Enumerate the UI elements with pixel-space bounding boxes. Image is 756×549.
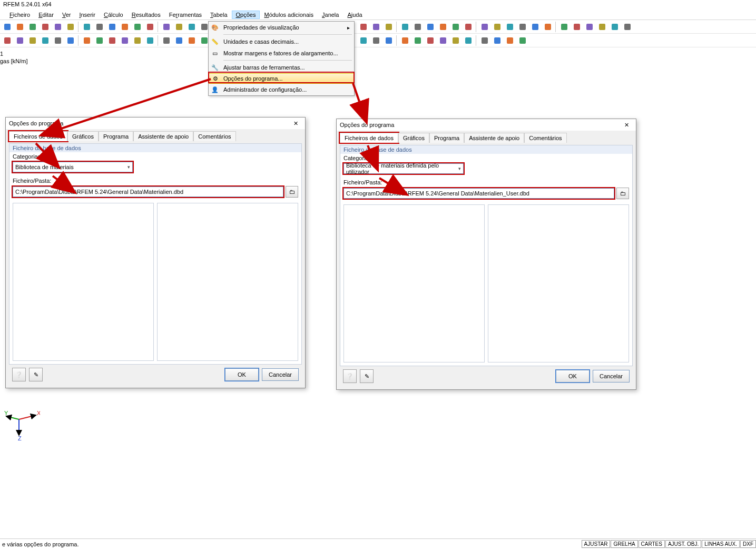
menu-ferramentas[interactable]: Ferramentas xyxy=(165,11,206,19)
menu-margins[interactable]: ▭ Mostrar margens e fatores de alargamen… xyxy=(209,47,354,59)
toolbar-button[interactable] xyxy=(185,35,198,46)
tab-programa[interactable]: Programa xyxy=(99,131,133,141)
toolbar-button[interactable] xyxy=(437,35,449,46)
path-field[interactable]: C:\ProgramData\Dlubal\RFEM 5.24\General … xyxy=(343,188,614,199)
toolbar-button[interactable] xyxy=(608,21,621,33)
toolbar-button[interactable] xyxy=(81,21,93,33)
toolbar-button[interactable] xyxy=(424,35,436,46)
menu-units[interactable]: 📏 Unidades e casas decimais... xyxy=(209,36,354,47)
toolbar-button[interactable] xyxy=(558,21,570,33)
menu-calculo[interactable]: Cálculo xyxy=(100,11,127,19)
toolbar-button[interactable] xyxy=(93,21,105,33)
toolbar-button[interactable] xyxy=(478,35,490,46)
toolbar-button[interactable] xyxy=(516,21,528,33)
dialog-titlebar[interactable]: Opções do programa ✕ xyxy=(6,117,305,129)
menu-config-manager[interactable]: 👤 Administrador de configuração... xyxy=(209,84,354,95)
help-button[interactable]: ❔ xyxy=(12,368,26,381)
status-cartes[interactable]: CARTES xyxy=(639,540,665,548)
toolbar-button[interactable] xyxy=(571,21,583,33)
menu-editar[interactable]: Editar xyxy=(34,11,58,19)
toolbar-button[interactable] xyxy=(119,35,131,46)
toolbar-button[interactable] xyxy=(382,21,395,33)
menu-janela[interactable]: Janela xyxy=(318,11,343,19)
toolbar-button[interactable] xyxy=(144,21,156,33)
toolbar-button[interactable] xyxy=(52,21,64,33)
toolbar-button[interactable] xyxy=(399,35,411,46)
edit-button[interactable]: ✎ xyxy=(29,368,43,381)
status-ajust-obj[interactable]: AJUST. OBJ. xyxy=(665,540,701,548)
tab-graficos[interactable]: Gráficos xyxy=(398,133,429,143)
toolbar-button[interactable] xyxy=(173,35,185,46)
toolbar-button[interactable] xyxy=(462,21,474,33)
tab-ficheiros-de-dados[interactable]: Ficheiros de dados xyxy=(9,131,67,141)
tab-comentarios[interactable]: Comentários xyxy=(524,133,566,143)
status-linhas-aux[interactable]: LINHAS AUX. xyxy=(702,540,740,548)
toolbar-button[interactable] xyxy=(1,21,13,33)
status-dxf[interactable]: DXF xyxy=(740,540,756,548)
menu-inserir[interactable]: Inserir xyxy=(75,11,100,19)
toolbar-button[interactable] xyxy=(39,21,51,33)
browse-button[interactable]: 🗀 xyxy=(616,188,629,199)
tab-ficheiros-de-dados[interactable]: Ficheiros de dados xyxy=(340,133,398,143)
toolbar-button[interactable] xyxy=(160,35,172,46)
toolbar-button[interactable] xyxy=(26,21,38,33)
toolbar-button[interactable] xyxy=(516,35,528,46)
toolbar-button[interactable] xyxy=(119,21,131,33)
toolbar-button[interactable] xyxy=(504,21,516,33)
ok-button[interactable]: OK xyxy=(556,370,590,383)
toolbar-button[interactable] xyxy=(596,21,608,33)
toolbar-button[interactable] xyxy=(437,21,449,33)
tab-comentarios[interactable]: Comentários xyxy=(193,131,235,141)
toolbar-button[interactable] xyxy=(449,21,462,33)
toolbar-button[interactable] xyxy=(64,35,76,46)
toolbar-button[interactable] xyxy=(462,35,474,46)
menu-display-properties[interactable]: 🎨 Propriedades de visualização xyxy=(209,22,354,33)
menu-modulos[interactable]: Módulos adicionais xyxy=(260,11,318,19)
toolbar-button[interactable] xyxy=(621,21,633,33)
toolbar-button[interactable] xyxy=(370,35,382,46)
toolbar-button[interactable] xyxy=(370,21,382,33)
toolbar-button[interactable] xyxy=(491,35,503,46)
toolbar-button[interactable] xyxy=(160,21,172,33)
toolbar-button[interactable] xyxy=(52,35,64,46)
dialog-titlebar[interactable]: Opções do programa ✕ xyxy=(337,119,636,131)
category-select[interactable]: Biblioteca de materiais definida pelo ut… xyxy=(343,163,464,174)
menu-tabela[interactable]: Tabela xyxy=(206,11,231,19)
toolbar-button[interactable] xyxy=(144,35,156,46)
ok-button[interactable]: OK xyxy=(225,368,259,381)
toolbar-button[interactable] xyxy=(357,35,369,46)
tab-assistente[interactable]: Assistente de apoio xyxy=(133,131,193,141)
menu-program-options[interactable]: ⚙ Opções do programa... xyxy=(209,73,354,84)
toolbar-button[interactable] xyxy=(491,21,503,33)
menu-ficheiro[interactable]: Ficheiro xyxy=(5,11,34,19)
toolbar-button[interactable] xyxy=(399,21,411,33)
toolbar-button[interactable] xyxy=(449,35,462,46)
toolbar-button[interactable] xyxy=(529,21,541,33)
menu-ajuda[interactable]: Ajuda xyxy=(343,11,366,19)
toolbar-button[interactable] xyxy=(411,21,424,33)
menu-resultados[interactable]: Resultados xyxy=(127,11,165,19)
tab-programa[interactable]: Programa xyxy=(429,133,464,143)
help-button[interactable]: ❔ xyxy=(343,369,357,383)
toolbar-button[interactable] xyxy=(131,35,143,46)
status-ajustar[interactable]: AJUSTAR xyxy=(582,540,611,548)
menu-opcoes[interactable]: Opções xyxy=(232,11,260,19)
toolbar-button[interactable] xyxy=(131,21,143,33)
path-field[interactable]: C:\ProgramData\Dlubal\RFEM 5.24\General … xyxy=(13,187,283,197)
status-grelha[interactable]: GRELHA xyxy=(611,540,637,548)
toolbar-button[interactable] xyxy=(14,21,26,33)
close-button[interactable]: ✕ xyxy=(289,119,302,128)
toolbar-button[interactable] xyxy=(424,21,436,33)
tab-assistente[interactable]: Assistente de apoio xyxy=(464,133,524,143)
toolbar-button[interactable] xyxy=(583,21,595,33)
toolbar-button[interactable] xyxy=(93,35,105,46)
toolbar-button[interactable] xyxy=(173,21,185,33)
toolbar-button[interactable] xyxy=(14,35,26,46)
toolbar-button[interactable] xyxy=(504,35,516,46)
toolbar-button[interactable] xyxy=(81,35,93,46)
menu-ver[interactable]: Ver xyxy=(58,11,75,19)
cancel-button[interactable]: Cancelar xyxy=(262,368,299,381)
toolbar-button[interactable] xyxy=(64,21,76,33)
tab-graficos[interactable]: Gráficos xyxy=(67,131,99,141)
cancel-button[interactable]: Cancelar xyxy=(593,370,630,383)
